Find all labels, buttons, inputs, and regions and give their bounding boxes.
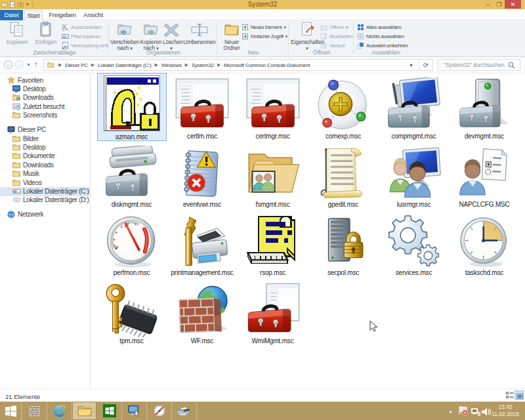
svg-text:ab: ab: [63, 35, 66, 39]
